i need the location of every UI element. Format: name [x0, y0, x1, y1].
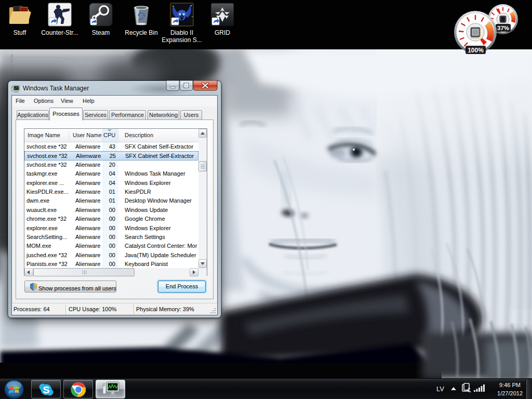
svg-text:wow.com: wow.com — [9, 54, 15, 73]
svg-text:S: S — [43, 384, 50, 395]
svg-text:100%: 100% — [468, 47, 484, 54]
svg-text:37%: 37% — [497, 25, 509, 31]
